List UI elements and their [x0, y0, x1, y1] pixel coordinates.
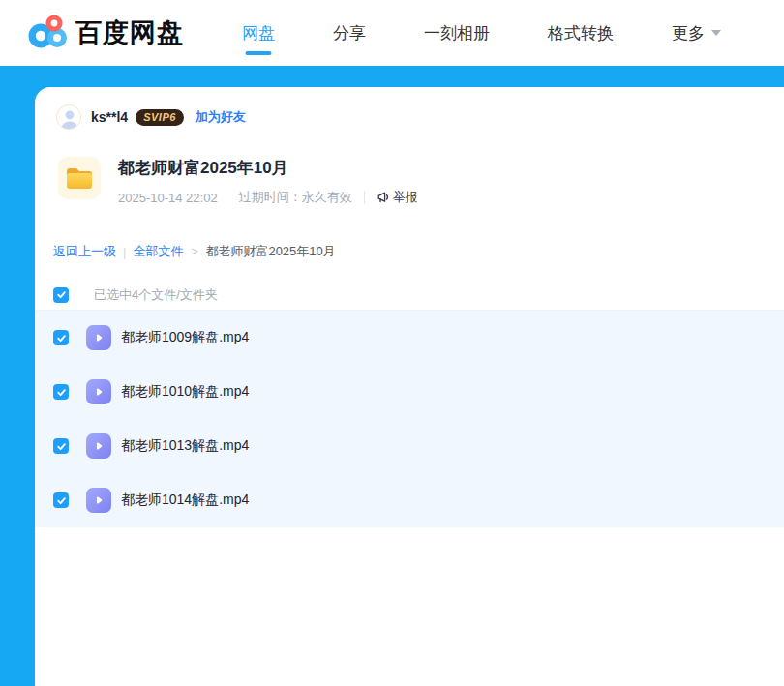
tab-netdisk[interactable]: 网盘	[242, 0, 275, 66]
file-checkbox[interactable]	[53, 438, 69, 454]
file-checkbox[interactable]	[53, 384, 69, 400]
share-time: 2025-10-14 22:02	[118, 191, 218, 205]
active-tab-underline	[246, 51, 272, 55]
folder-title: 都老师财富2025年10月	[118, 157, 418, 179]
file-row[interactable]: 都老师1014解盘.mp4	[35, 473, 784, 527]
file-checkbox[interactable]	[53, 330, 69, 345]
file-name[interactable]: 都老师1009解盘.mp4	[121, 329, 249, 346]
breadcrumb: 返回上一级 | 全部文件 > 都老师财富2025年10月	[53, 243, 784, 260]
meta-divider	[364, 191, 365, 204]
sharer-info-row: ks**l4 SVIP6 加为好友	[56, 104, 784, 130]
file-row[interactable]: 都老师1009解盘.mp4	[35, 311, 784, 365]
video-file-icon	[86, 325, 111, 350]
file-checkbox[interactable]	[53, 492, 69, 508]
tab-share[interactable]: 分享	[333, 0, 366, 66]
folder-info: 都老师财富2025年10月 2025-10-14 22:02 过期时间：永久有效…	[118, 155, 418, 206]
selection-count-text: 已选中4个文件/文件夹	[94, 286, 218, 304]
folder-icon	[56, 155, 103, 201]
file-name[interactable]: 都老师1013解盘.mp4	[121, 437, 249, 455]
report-button[interactable]: 举报	[377, 189, 418, 206]
share-content-card: ks**l4 SVIP6 加为好友	[35, 87, 784, 686]
file-list: 都老师1009解盘.mp4 都老师1010解盘.mp4	[35, 311, 784, 527]
top-nav: 百度网盘 网盘 分享 一刻相册 格式转换 更多	[0, 0, 784, 66]
baidu-netdisk-share-page: 百度网盘 网盘 分享 一刻相册 格式转换 更多	[0, 0, 784, 686]
report-megaphone-icon	[377, 191, 390, 204]
svip-badge: SVIP6	[136, 109, 184, 126]
breadcrumb-back-link[interactable]: 返回上一级	[53, 243, 116, 260]
breadcrumb-chevron: >	[191, 245, 197, 258]
tab-more[interactable]: 更多	[672, 0, 721, 66]
expire-time: 过期时间：永久有效	[239, 189, 352, 206]
video-file-icon	[86, 433, 111, 459]
brand-logo[interactable]: 百度网盘	[27, 13, 184, 53]
selection-bar: 已选中4个文件/文件夹	[35, 280, 784, 311]
breadcrumb-current-folder: 都老师财富2025年10月	[205, 243, 335, 260]
avatar	[56, 104, 81, 130]
file-row[interactable]: 都老师1013解盘.mp4	[35, 419, 784, 473]
breadcrumb-all-files-link[interactable]: 全部文件	[133, 243, 183, 260]
file-name[interactable]: 都老师1014解盘.mp4	[121, 492, 249, 509]
shared-folder-header: 都老师财富2025年10月 2025-10-14 22:02 过期时间：永久有效…	[56, 155, 784, 206]
file-row[interactable]: 都老师1010解盘.mp4	[35, 365, 784, 419]
sharer-username: ks**l4	[91, 109, 128, 125]
tab-moment-album[interactable]: 一刻相册	[424, 0, 490, 66]
blue-backdrop: ks**l4 SVIP6 加为好友	[0, 66, 784, 686]
folder-meta: 2025-10-14 22:02 过期时间：永久有效 举报	[118, 189, 418, 206]
file-name[interactable]: 都老师1010解盘.mp4	[121, 383, 249, 401]
select-all-checkbox[interactable]	[53, 287, 69, 303]
chevron-down-icon	[711, 30, 721, 36]
brand-title: 百度网盘	[75, 15, 184, 50]
video-file-icon	[86, 488, 111, 513]
tab-format-convert[interactable]: 格式转换	[548, 0, 614, 66]
video-file-icon	[86, 379, 111, 404]
nav-tabs: 网盘 分享 一刻相册 格式转换 更多	[242, 0, 721, 66]
add-friend-link[interactable]: 加为好友	[196, 108, 246, 126]
netdisk-cloud-logo-icon	[27, 13, 68, 53]
breadcrumb-separator: |	[123, 245, 126, 259]
